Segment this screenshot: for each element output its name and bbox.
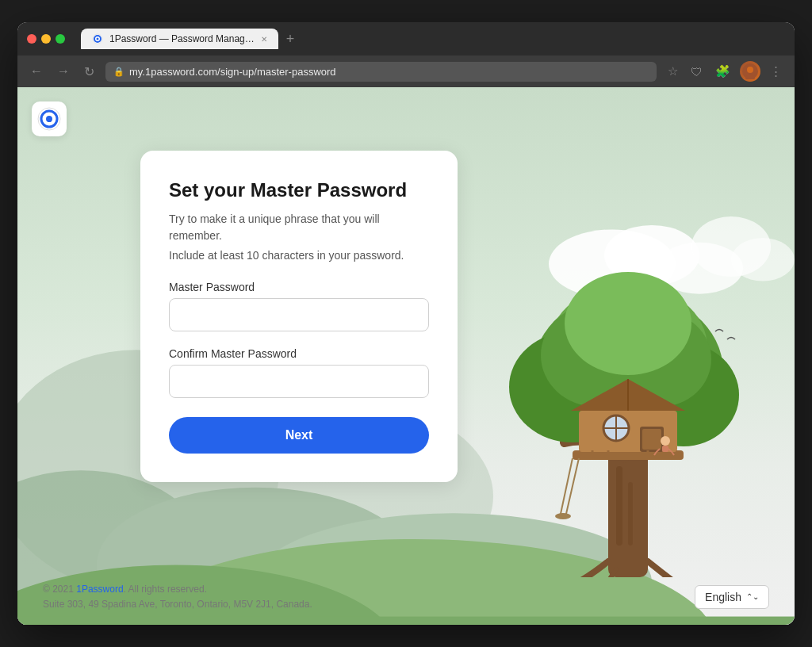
- menu-icon[interactable]: ⋮: [767, 63, 785, 80]
- svg-rect-13: [17, 616, 795, 625]
- extensions-icon[interactable]: 🧩: [712, 63, 733, 80]
- tab-bar: 1Password — Password Manag… ✕ +: [81, 29, 299, 49]
- bookmark-icon[interactable]: ☆: [665, 63, 681, 80]
- svg-point-28: [565, 272, 691, 375]
- close-button[interactable]: [27, 34, 36, 44]
- shield-icon[interactable]: 🛡: [688, 63, 706, 80]
- logo[interactable]: 1: [32, 101, 67, 136]
- card-hint: Include at least 10 characters in your p…: [169, 249, 429, 262]
- svg-line-44: [561, 458, 573, 514]
- card-subtitle: Try to make it a unique phrase that you …: [169, 211, 429, 244]
- minimize-button[interactable]: [41, 34, 51, 44]
- copyright-text: © 2021: [43, 584, 76, 595]
- active-tab[interactable]: 1Password — Password Manag… ✕: [81, 29, 278, 49]
- svg-rect-48: [662, 446, 668, 452]
- svg-text:1: 1: [47, 116, 51, 124]
- confirm-password-label: Confirm Master Password: [169, 347, 429, 360]
- rights-text: . All rights reserved.: [124, 584, 207, 595]
- brand-link[interactable]: 1Password: [76, 584, 123, 595]
- tab-title: 1Password — Password Manag…: [109, 33, 255, 44]
- traffic-lights: [27, 34, 65, 44]
- address-wrapper: 🔒: [105, 62, 657, 82]
- chevron-icon: ⌃⌄: [746, 592, 759, 601]
- new-tab-button[interactable]: +: [282, 31, 300, 48]
- address-text: Suite 303, 49 Spadina Ave, Toronto, Onta…: [43, 599, 312, 610]
- next-button[interactable]: Next: [169, 417, 429, 454]
- card-title: Set your Master Password: [169, 179, 429, 201]
- svg-line-45: [566, 458, 579, 514]
- svg-rect-20: [616, 466, 622, 546]
- password-form-card: Set your Master Password Try to make it …: [140, 151, 458, 482]
- page-footer: © 2021 1Password. All rights reserved. S…: [17, 582, 795, 612]
- language-label: English: [705, 591, 741, 603]
- confirm-password-input[interactable]: [169, 365, 429, 398]
- toolbar-icons: ☆ 🛡 🧩 ⋮: [665, 61, 785, 82]
- refresh-button[interactable]: ↻: [81, 63, 98, 81]
- tab-favicon: [92, 33, 103, 44]
- avatar[interactable]: [740, 61, 760, 82]
- forward-button[interactable]: →: [54, 63, 73, 80]
- master-password-input[interactable]: [169, 298, 429, 331]
- address-input[interactable]: [105, 62, 657, 82]
- confirm-password-field-group: Confirm Master Password: [169, 347, 429, 414]
- svg-rect-37: [642, 429, 661, 450]
- master-password-label: Master Password: [169, 281, 429, 293]
- svg-point-4: [747, 67, 753, 73]
- back-button[interactable]: ←: [27, 63, 46, 80]
- footer-copyright: © 2021 1Password. All rights reserved. S…: [43, 582, 312, 612]
- svg-rect-21: [628, 482, 633, 546]
- tab-close-icon[interactable]: ✕: [261, 35, 267, 44]
- browser-window: 1Password — Password Manag… ✕ + ← → ↻ 🔒 …: [17, 22, 795, 625]
- title-bar: 1Password — Password Manag… ✕ +: [17, 22, 795, 56]
- svg-point-2: [97, 38, 99, 40]
- maximize-button[interactable]: [56, 34, 65, 44]
- lock-icon: 🔒: [113, 67, 124, 77]
- page-content: 1 Set your Master Password Try to make i…: [17, 87, 795, 625]
- address-bar: ← → ↻ 🔒 ☆ 🛡 🧩 ⋮: [17, 56, 795, 87]
- language-selector[interactable]: English ⌃⌄: [695, 585, 769, 609]
- svg-point-46: [555, 513, 571, 519]
- svg-point-47: [661, 436, 670, 446]
- treehouse-scene: [493, 228, 763, 577]
- master-password-field-group: Master Password: [169, 281, 429, 347]
